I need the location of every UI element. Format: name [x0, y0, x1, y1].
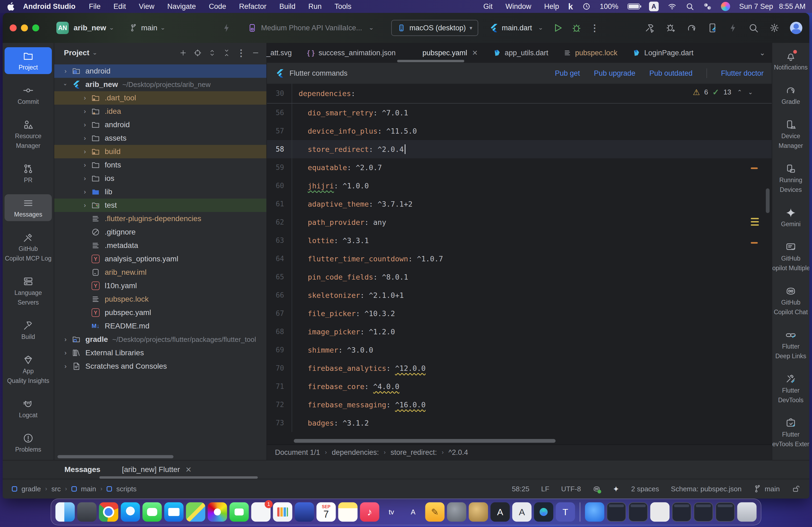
k-status-icon[interactable]: k: [568, 2, 573, 12]
dock-light-a-icon[interactable]: A: [512, 502, 532, 522]
scrollbar-warning-marker[interactable]: [751, 224, 759, 226]
lightning-icon[interactable]: [728, 23, 738, 33]
dock-window-icon[interactable]: [694, 502, 713, 522]
code-line-56[interactable]: 56dio_smart_retry: ^7.0.1: [267, 104, 772, 122]
tree-item-external-libraries[interactable]: ›External Libraries: [54, 346, 266, 360]
chevron-icon[interactable]: ›: [79, 108, 90, 115]
menu-view[interactable]: View: [132, 2, 161, 11]
dock-freeform-icon[interactable]: 1: [251, 502, 271, 522]
dock-maps-icon[interactable]: [186, 502, 205, 522]
project-horizontal-scrollbar[interactable]: [57, 455, 173, 458]
dock-launchpad-icon[interactable]: [77, 502, 97, 522]
close-icon[interactable]: ✕: [185, 465, 191, 474]
attach-debugger-icon[interactable]: [665, 22, 676, 33]
settings-gear-icon[interactable]: [769, 22, 780, 33]
breadcrumb-item[interactable]: store_redirect:: [390, 448, 437, 457]
line-number[interactable]: 58: [267, 145, 292, 153]
dock-finder-icon[interactable]: [56, 502, 75, 522]
dock-dark-a-icon[interactable]: A: [491, 502, 510, 522]
code-line-67[interactable]: 67file_picker: ^10.3.2: [267, 304, 772, 322]
line-number[interactable]: 72: [267, 401, 292, 409]
menu-run[interactable]: Run: [302, 2, 328, 11]
minimize-window-button[interactable]: [21, 25, 28, 31]
dock-chrome-icon[interactable]: [99, 502, 118, 522]
gradle-sync-icon[interactable]: [686, 22, 697, 33]
left-strip-item-language[interactable]: LanguageServers: [4, 273, 52, 309]
left-strip-item-problems[interactable]: Problems: [4, 429, 52, 456]
breadcrumb-item[interactable]: ^2.0.4: [448, 448, 468, 457]
chevron-icon[interactable]: ›: [79, 201, 90, 209]
line-number[interactable]: 63: [267, 236, 292, 244]
line-number[interactable]: 65: [267, 273, 292, 281]
right-strip-item-flutter[interactable]: FlutterDevTools Extens: [773, 414, 809, 451]
right-strip-item-running[interactable]: RunningDevices: [773, 160, 809, 196]
editor-tab-pubspec-lock[interactable]: pubspec.lock: [556, 43, 625, 63]
dock-app-store-icon[interactable]: A: [404, 502, 423, 522]
line-separator[interactable]: LF: [541, 485, 549, 493]
menu-build[interactable]: Build: [273, 2, 302, 11]
code-line-64[interactable]: 64flutter_timer_countdown: ^1.0.7: [267, 250, 772, 268]
right-strip-item-device[interactable]: DeviceManager: [773, 116, 809, 152]
code-line-61[interactable]: 61adaptive_theme: ^3.7.1+2: [267, 195, 772, 213]
dock-charts-icon[interactable]: [273, 502, 292, 522]
menu-app-name[interactable]: Android Studio: [16, 2, 83, 11]
menu-help[interactable]: Help: [544, 2, 559, 11]
chevron-icon[interactable]: ›: [62, 79, 69, 90]
chevron-icon[interactable]: ›: [79, 121, 90, 129]
chevron-icon[interactable]: ›: [79, 148, 90, 155]
right-strip-item-notifications[interactable]: Notifications: [773, 47, 809, 74]
line-number[interactable]: 70: [267, 364, 292, 372]
chevron-icon[interactable]: ›: [60, 67, 71, 75]
close-window-button[interactable]: [10, 25, 17, 31]
editor-tab-app-utils-dart[interactable]: app_utils.dart: [485, 43, 556, 63]
project-panel-title[interactable]: Project: [64, 48, 89, 57]
prev-problem-button[interactable]: ⌃: [737, 89, 742, 96]
menu-time[interactable]: 8:55 AM: [779, 2, 806, 11]
tree-item--dart-tool[interactable]: ›.dart_tool: [54, 91, 266, 105]
line-number[interactable]: 60: [267, 182, 292, 190]
code-line-63[interactable]: 63lottie: ^3.3.1: [267, 231, 772, 250]
pub-outdated-link[interactable]: Pub outdated: [649, 69, 693, 77]
tree-item--gitignore[interactable]: .gitignore: [54, 225, 266, 239]
indent-setting[interactable]: 2 spaces: [631, 485, 659, 493]
tree-item-assets[interactable]: ›assets: [54, 132, 266, 145]
tree-item-arib-new[interactable]: ›arib_new~/Desktop/projects/arib_new: [54, 78, 266, 91]
left-strip-item-github[interactable]: GitHubCopilot MCP Log: [4, 229, 52, 265]
menu-file[interactable]: File: [83, 2, 107, 11]
dock-mail-icon[interactable]: [164, 502, 184, 522]
menu-tools[interactable]: Tools: [328, 2, 358, 11]
code-line-65[interactable]: 65pin_code_fields: ^8.0.1: [267, 268, 772, 286]
file-encoding[interactable]: UTF-8: [561, 485, 581, 493]
tree-item-gradle[interactable]: ›gradle~/Desktop/projects/flutter/packag…: [54, 333, 266, 346]
left-strip-item-build[interactable]: Build: [4, 317, 52, 344]
dock-calendar-icon[interactable]: SEP7: [317, 502, 336, 522]
dock-trash-icon[interactable]: [737, 502, 757, 522]
tree-item-pubspec-yaml[interactable]: Ypubspec.yaml: [54, 306, 266, 319]
pub-get-link[interactable]: Pub get: [555, 69, 580, 77]
dock-facetime-icon[interactable]: [230, 502, 249, 522]
collapse-all-icon[interactable]: [221, 47, 233, 59]
status-breadcrumb-scripts[interactable]: scripts: [116, 485, 136, 493]
dock-window-icon[interactable]: [607, 502, 626, 522]
run-button[interactable]: [552, 22, 563, 33]
messages-scrollbar[interactable]: [99, 476, 258, 479]
menu-edit[interactable]: Edit: [107, 2, 132, 11]
line-number[interactable]: 73: [267, 419, 292, 427]
line-number[interactable]: 68: [267, 328, 292, 336]
tree-item-ios[interactable]: ›ios: [54, 172, 266, 185]
menu-navigate[interactable]: Navigate: [161, 2, 202, 11]
copilot-status-icon[interactable]: [593, 485, 601, 493]
tree-item--flutter-plugins-dependencies[interactable]: .flutter-plugins-dependencies: [54, 212, 266, 225]
dock-settings-icon[interactable]: [447, 502, 466, 522]
next-problem-button[interactable]: ⌄: [748, 89, 753, 96]
time-machine-icon[interactable]: [582, 2, 591, 11]
locate-file-icon[interactable]: [192, 47, 204, 59]
tree-item-arib-new-iml[interactable]: arib_new.iml: [54, 266, 266, 279]
apple-menu-icon[interactable]: [6, 2, 16, 11]
tree-item-l10n-yaml[interactable]: Yl10n.yaml: [54, 279, 266, 292]
status-breadcrumb-main[interactable]: main: [81, 485, 96, 493]
line-number[interactable]: 56: [267, 109, 292, 117]
dock-notes-icon[interactable]: [338, 502, 358, 522]
line-number[interactable]: 69: [267, 346, 292, 354]
code-line-62[interactable]: 62path_provider: any: [267, 213, 772, 231]
